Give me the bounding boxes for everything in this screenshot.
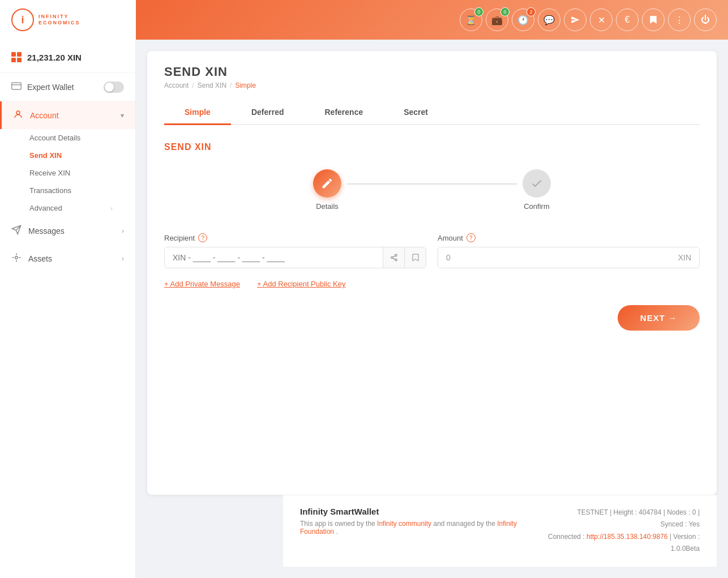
recipient-group: Recipient ? (164, 233, 426, 268)
step-confirm: Confirm (523, 169, 551, 211)
footer: Infinity SmartWallet This app is owned b… (283, 495, 717, 567)
footer-synced-info: Synced : Yes (533, 519, 700, 531)
tabs: Simple Deferred Reference Secret (164, 101, 700, 125)
expert-wallet-label: Expert Wallet (27, 83, 98, 92)
power-icon-btn[interactable]: ⏻ (694, 8, 717, 31)
footer-right: TESTNET | Height : 404784 | Nodes : 0 | … (533, 507, 700, 555)
account-icon (13, 109, 23, 121)
hourglass-icon-btn[interactable]: ⏳ 0 (460, 8, 482, 31)
tab-secret[interactable]: Secret (383, 101, 448, 125)
breadcrumb-account: Account (164, 82, 189, 89)
send-xin-section-title: SEND XIN (164, 142, 700, 152)
step-details: Details (313, 169, 341, 211)
app-body: 21,231.20 XIN Expert Wallet Account ▾ Ac… (0, 40, 728, 578)
logo: i INFINITY ECONOMICS (0, 0, 136, 40)
balance-amount: 21,231.20 XIN (27, 53, 82, 62)
messages-icon (11, 225, 22, 237)
community-link[interactable]: Infinity community (377, 520, 431, 528)
messages-arrow-icon: › (122, 227, 124, 235)
step-details-label: Details (316, 202, 339, 211)
step-confirm-label: Confirm (524, 202, 550, 211)
breadcrumb-send-xin: Send XIN (198, 82, 226, 89)
expert-wallet-section: Expert Wallet (0, 73, 135, 101)
sidebar: 21,231.20 XIN Expert Wallet Account ▾ Ac… (0, 40, 136, 578)
amount-unit: XIN (670, 247, 699, 268)
message-icon-btn[interactable]: 💬 (538, 8, 560, 31)
cross-icon-btn[interactable]: ✕ (590, 8, 613, 31)
logo-icon: i (11, 8, 34, 31)
sidebar-item-send-xin[interactable]: Send XIN (29, 147, 135, 164)
header: i INFINITY ECONOMICS ⏳ 0 💼 0 🕐 2 💬 ✕ € ⋮… (0, 0, 728, 40)
amount-help-icon: ? (466, 233, 476, 242)
sidebar-item-messages[interactable]: Messages › (0, 217, 135, 245)
footer-left: Infinity SmartWallet This app is owned b… (300, 507, 533, 536)
add-public-key-link[interactable]: + Add Recipient Public Key (257, 280, 345, 288)
next-btn-row: NEXT → (164, 305, 700, 331)
next-button[interactable]: NEXT → (618, 305, 700, 331)
svg-point-10 (391, 256, 393, 259)
dashboard-icon (11, 52, 22, 62)
assets-icon (11, 252, 22, 264)
steps-container: Details Confirm (164, 169, 700, 211)
amount-group: Amount ? XIN (438, 233, 700, 268)
footer-network-info: TESTNET | Height : 404784 | Nodes : 0 | (533, 507, 700, 519)
tab-deferred[interactable]: Deferred (231, 101, 305, 125)
footer-app-name: Infinity SmartWallet (300, 507, 533, 516)
clock-icon-btn[interactable]: 🕐 2 (512, 8, 534, 31)
svg-point-2 (16, 111, 20, 114)
footer-desc: This app is owned by the Infinity commun… (300, 520, 533, 536)
header-icons: ⏳ 0 💼 0 🕐 2 💬 ✕ € ⋮ ⏻ (460, 8, 717, 31)
sidebar-item-receive-xin[interactable]: Receive XIN (29, 164, 135, 182)
breadcrumb: Account / Send XIN / Simple (164, 82, 700, 89)
svg-point-9 (395, 254, 397, 256)
sidebar-item-assets[interactable]: Assets › (0, 245, 135, 272)
tab-reference[interactable]: Reference (305, 101, 384, 125)
amount-input[interactable] (438, 247, 670, 268)
logo-text: INFINITY ECONOMICS (38, 14, 80, 26)
amount-label: Amount ? (438, 233, 700, 242)
balance-section: 21,231.20 XIN (0, 40, 135, 73)
wallet-badge: 0 (500, 7, 509, 16)
recipient-input[interactable] (165, 247, 383, 268)
content-card: SEND XIN Account / Send XIN / Simple Sim… (147, 51, 717, 495)
clock-badge: 2 (526, 7, 536, 16)
step-line (347, 183, 517, 185)
step-confirm-circle (523, 169, 551, 198)
logo-name: INFINITY (38, 14, 80, 20)
recipient-label: Recipient ? (164, 233, 426, 242)
logo-sub: ECONOMICS (38, 20, 80, 26)
euro-icon-btn[interactable]: € (616, 8, 639, 31)
sidebar-item-assets-label: Assets (28, 254, 52, 263)
sidebar-item-advanced[interactable]: Advanced › (29, 199, 135, 217)
sidebar-item-transactions[interactable]: Transactions (29, 182, 135, 199)
expert-wallet-toggle[interactable] (104, 82, 124, 93)
svg-line-12 (393, 258, 395, 259)
step-details-circle (313, 169, 341, 198)
svg-rect-0 (12, 83, 22, 89)
send-icon-btn[interactable] (564, 8, 586, 31)
add-private-message-link[interactable]: + Add Private Message (164, 280, 240, 288)
credit-card-icon (11, 81, 22, 93)
footer-connection-info: Connected : http://185.35.138.140:9876 |… (533, 531, 700, 555)
svg-point-4 (15, 256, 18, 259)
svg-line-13 (393, 256, 395, 257)
sidebar-item-account-label: Account (30, 111, 59, 120)
breadcrumb-simple: Simple (235, 82, 256, 89)
svg-point-11 (395, 259, 397, 261)
share-icon-btn[interactable] (383, 247, 404, 268)
sidebar-item-account[interactable]: Account ▾ (0, 101, 135, 129)
sidebar-item-messages-label: Messages (28, 226, 65, 236)
bookmark-icon-btn[interactable] (642, 8, 665, 31)
hourglass-badge: 0 (474, 7, 483, 16)
main-content: SEND XIN Account / Send XIN / Simple Sim… (136, 40, 728, 578)
more-icon-btn[interactable]: ⋮ (668, 8, 691, 31)
connection-link[interactable]: http://185.35.138.140:9876 (586, 533, 667, 541)
wallet-icon-btn[interactable]: 💼 0 (486, 8, 508, 31)
bookmark-input-btn[interactable] (404, 247, 426, 268)
assets-arrow-icon: › (122, 255, 124, 263)
tab-simple[interactable]: Simple (164, 101, 231, 125)
add-links: + Add Private Message + Add Recipient Pu… (164, 280, 700, 288)
sidebar-item-account-details[interactable]: Account Details (29, 129, 135, 147)
amount-input-wrapper: XIN (438, 247, 700, 268)
recipient-input-wrapper (164, 247, 426, 268)
